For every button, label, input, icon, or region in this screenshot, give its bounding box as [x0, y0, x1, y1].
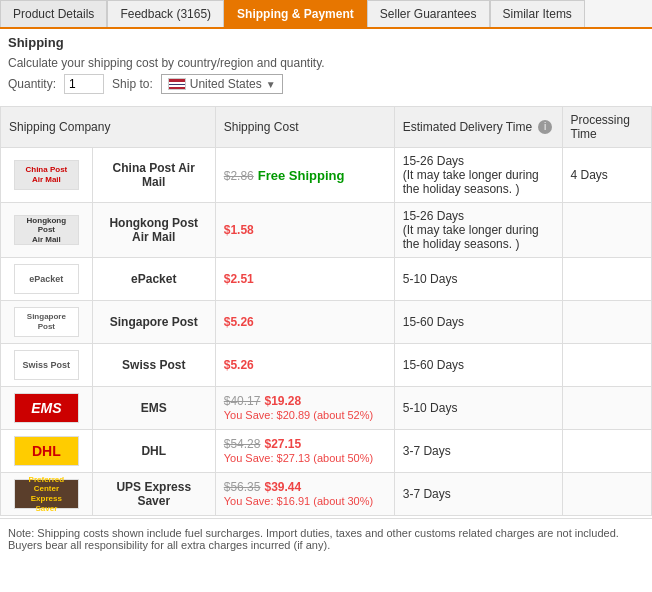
logo-epacket: ePacket — [14, 264, 79, 294]
quantity-label: Quantity: — [8, 77, 56, 91]
original-price: $2.86 — [224, 169, 254, 183]
us-flag-icon — [168, 78, 186, 90]
processing-cell — [562, 203, 652, 258]
tab-similar-items[interactable]: Similar Items — [490, 0, 585, 27]
shipping-cost-cell: $56.35$39.44You Save: $16.91 (about 30%) — [215, 473, 394, 516]
company-name-cell: ePacket — [92, 258, 215, 301]
table-row: Swiss PostSwiss Post$5.2615-60 Days — [1, 344, 652, 387]
logo-hongkong: Hongkong PostAir Mail — [14, 215, 79, 245]
shipping-calc-row: Quantity: Ship to: United States ▼ — [8, 74, 644, 94]
processing-cell — [562, 301, 652, 344]
table-header-row: Shipping Company Shipping Cost Estimated… — [1, 107, 652, 148]
processing-cell: 4 Days — [562, 148, 652, 203]
delivery-cell: 15-60 Days — [394, 344, 562, 387]
processing-cell — [562, 258, 652, 301]
note-text: Note: Shipping costs shown include fuel … — [8, 527, 619, 551]
current-price: $1.58 — [224, 223, 254, 237]
current-price: $5.26 — [224, 358, 254, 372]
company-logo-cell: DHL — [1, 430, 93, 473]
original-price: $56.35 — [224, 480, 261, 494]
th-delivery: Estimated Delivery Time i — [394, 107, 562, 148]
quantity-input[interactable] — [64, 74, 104, 94]
tab-feedback[interactable]: Feedback (3165) — [107, 0, 224, 27]
company-name-cell: EMS — [92, 387, 215, 430]
th-processing: ProcessingTime — [562, 107, 652, 148]
ship-to-label: Ship to: — [112, 77, 153, 91]
table-row: ePacketePacket$2.515-10 Days — [1, 258, 652, 301]
original-price: $54.28 — [224, 437, 261, 451]
table-row: China PostAir MailChina Post Air Mail$2.… — [1, 148, 652, 203]
company-logo-cell: Swiss Post — [1, 344, 93, 387]
calc-description: Calculate your shipping cost by country/… — [8, 56, 325, 70]
table-row: Hongkong PostAir MailHongkong Post Air M… — [1, 203, 652, 258]
delivery-cell: 15-26 Days (It may take longer during th… — [394, 148, 562, 203]
processing-cell — [562, 430, 652, 473]
shipping-cost-cell: $5.26 — [215, 301, 394, 344]
company-name-cell: Swiss Post — [92, 344, 215, 387]
table-row: DHLDHL$54.28$27.15You Save: $27.13 (abou… — [1, 430, 652, 473]
price-save: You Save: $27.13 (about 50%) — [224, 452, 373, 464]
logo-singapore: SingaporePost — [14, 307, 79, 337]
current-price: $19.28 — [264, 394, 301, 408]
delivery-cell: 3-7 Days — [394, 473, 562, 516]
current-price: $2.51 — [224, 272, 254, 286]
logo-dhl: DHL — [14, 436, 79, 466]
th-company: Shipping Company — [1, 107, 216, 148]
th-cost: Shipping Cost — [215, 107, 394, 148]
processing-cell — [562, 473, 652, 516]
tab-seller-guarantees[interactable]: Seller Guarantees — [367, 0, 490, 27]
processing-cell — [562, 344, 652, 387]
free-shipping-label: Free Shipping — [258, 168, 345, 183]
company-logo-cell: Hongkong PostAir Mail — [1, 203, 93, 258]
company-logo-cell: China PostAir Mail — [1, 148, 93, 203]
original-price: $40.17 — [224, 394, 261, 408]
delivery-cell: 3-7 Days — [394, 430, 562, 473]
th-delivery-text: Estimated Delivery Time — [403, 120, 532, 134]
company-name-cell: Singapore Post — [92, 301, 215, 344]
table-row: PreferredCenterExpressSaverUPS Express S… — [1, 473, 652, 516]
shipping-cost-cell: $2.51 — [215, 258, 394, 301]
shipping-cost-cell: $1.58 — [215, 203, 394, 258]
company-name-cell: DHL — [92, 430, 215, 473]
tab-product-details[interactable]: Product Details — [0, 0, 107, 27]
tab-shipping-payment[interactable]: Shipping & Payment — [224, 0, 367, 27]
company-logo-cell: SingaporePost — [1, 301, 93, 344]
table-row: EMSEMS$40.17$19.28You Save: $20.89 (abou… — [1, 387, 652, 430]
delivery-cell: 5-10 Days — [394, 387, 562, 430]
country-select[interactable]: United States ▼ — [161, 74, 283, 94]
company-name-cell: UPS Express Saver — [92, 473, 215, 516]
logo-ems: EMS — [14, 393, 79, 423]
company-logo-cell: EMS — [1, 387, 93, 430]
shipping-section: Shipping Calculate your shipping cost by… — [0, 29, 652, 559]
delivery-cell: 5-10 Days — [394, 258, 562, 301]
company-logo-cell: ePacket — [1, 258, 93, 301]
country-name: United States — [190, 77, 262, 91]
logo-ups: PreferredCenterExpressSaver — [14, 479, 79, 509]
company-logo-cell: PreferredCenterExpressSaver — [1, 473, 93, 516]
processing-cell — [562, 387, 652, 430]
logo-swiss: Swiss Post — [14, 350, 79, 380]
logo-china-post: China PostAir Mail — [14, 160, 79, 190]
delivery-cell: 15-26 Days (It may take longer during th… — [394, 203, 562, 258]
price-save: You Save: $16.91 (about 30%) — [224, 495, 373, 507]
shipping-calc-label: Calculate your shipping cost by country/… — [0, 52, 652, 102]
note-box: Note: Shipping costs shown include fuel … — [0, 518, 652, 559]
shipping-cost-cell: $40.17$19.28You Save: $20.89 (about 52%) — [215, 387, 394, 430]
company-name-cell: China Post Air Mail — [92, 148, 215, 203]
current-price: $27.15 — [264, 437, 301, 451]
section-title: Shipping — [0, 29, 652, 52]
shipping-cost-cell: $2.86Free Shipping — [215, 148, 394, 203]
price-save: You Save: $20.89 (about 52%) — [224, 409, 373, 421]
shipping-cost-cell: $5.26 — [215, 344, 394, 387]
info-icon[interactable]: i — [538, 120, 552, 134]
current-price: $39.44 — [264, 480, 301, 494]
tab-bar: Product Details Feedback (3165) Shipping… — [0, 0, 652, 29]
shipping-cost-cell: $54.28$27.15You Save: $27.13 (about 50%) — [215, 430, 394, 473]
tabs-container: Product Details Feedback (3165) Shipping… — [0, 0, 652, 29]
company-name-cell: Hongkong Post Air Mail — [92, 203, 215, 258]
shipping-table: Shipping Company Shipping Cost Estimated… — [0, 106, 652, 516]
current-price: $5.26 — [224, 315, 254, 329]
delivery-cell: 15-60 Days — [394, 301, 562, 344]
table-row: SingaporePostSingapore Post$5.2615-60 Da… — [1, 301, 652, 344]
chevron-down-icon: ▼ — [266, 79, 276, 90]
